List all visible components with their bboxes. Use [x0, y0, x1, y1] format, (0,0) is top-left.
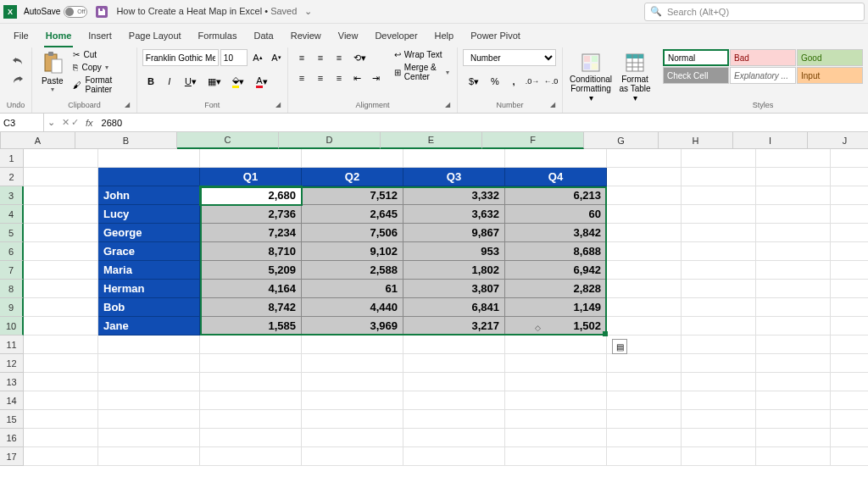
cell[interactable]: 3,217	[403, 317, 505, 336]
cell[interactable]	[607, 447, 682, 466]
cell[interactable]	[200, 391, 302, 410]
cell[interactable]	[607, 354, 682, 373]
cell[interactable]	[682, 429, 756, 447]
cell[interactable]	[98, 168, 200, 186]
tab-file[interactable]: File	[12, 27, 31, 47]
cell[interactable]	[607, 317, 682, 336]
style-normal[interactable]: Normal	[663, 49, 729, 66]
cell[interactable]	[682, 336, 756, 354]
cell[interactable]	[831, 317, 868, 336]
cell[interactable]	[756, 429, 831, 447]
row-header[interactable]: 1	[0, 149, 24, 168]
font-size-select[interactable]	[220, 49, 248, 66]
cell[interactable]	[302, 410, 403, 429]
copy-button[interactable]: ⎘Copy▾	[70, 62, 131, 73]
cell[interactable]	[756, 205, 831, 224]
cell[interactable]	[302, 373, 403, 391]
cell[interactable]	[682, 298, 756, 317]
increase-font-button[interactable]: A▴	[249, 49, 266, 66]
cell[interactable]: 8,710	[200, 242, 302, 261]
cell[interactable]	[682, 242, 756, 261]
cell[interactable]	[98, 149, 200, 168]
cell[interactable]	[302, 336, 403, 354]
cell[interactable]	[505, 429, 607, 447]
cell[interactable]	[831, 447, 868, 466]
style-explanatory[interactable]: Explanatory ...	[730, 67, 796, 84]
cell[interactable]	[24, 280, 98, 298]
search-input[interactable]: 🔍 Search (Alt+Q)	[644, 3, 865, 21]
cell[interactable]	[682, 205, 756, 224]
cell[interactable]: 1,149	[505, 298, 607, 317]
cell[interactable]	[756, 317, 831, 336]
cell[interactable]	[403, 447, 505, 466]
cell[interactable]: Maria	[98, 261, 200, 280]
cell[interactable]	[200, 373, 302, 391]
cell[interactable]	[682, 261, 756, 280]
column-header[interactable]: F	[482, 132, 584, 149]
cell[interactable]	[505, 391, 607, 410]
cell[interactable]: 9,867	[403, 224, 505, 242]
undo-button[interactable]	[8, 53, 27, 69]
document-title[interactable]: How to Create a Heat Map in Excel • Save…	[116, 6, 312, 17]
cell[interactable]	[682, 373, 756, 391]
decrease-decimal-button[interactable]: ←.0	[542, 73, 559, 90]
cell[interactable]: George	[98, 224, 200, 242]
tab-formulas[interactable]: Formulas	[197, 27, 239, 47]
style-good[interactable]: Good	[797, 49, 863, 66]
cell[interactable]	[403, 391, 505, 410]
cell[interactable]: Lucy	[98, 205, 200, 224]
cell[interactable]	[302, 447, 403, 466]
cell[interactable]	[98, 429, 200, 447]
cell[interactable]: Q1	[200, 168, 302, 186]
cell[interactable]	[756, 280, 831, 298]
cell[interactable]: Bob	[98, 298, 200, 317]
cell[interactable]: 1,802	[403, 261, 505, 280]
cell[interactable]	[756, 261, 831, 280]
cell[interactable]	[831, 149, 868, 168]
cell[interactable]	[24, 149, 98, 168]
cell[interactable]	[24, 373, 98, 391]
cell[interactable]	[505, 373, 607, 391]
align-left-button[interactable]: ≡	[293, 69, 310, 86]
cell[interactable]	[98, 354, 200, 373]
align-center-button[interactable]: ≡	[312, 69, 329, 86]
cell[interactable]	[607, 298, 682, 317]
cell[interactable]	[403, 410, 505, 429]
cell[interactable]	[607, 429, 682, 447]
cell[interactable]	[682, 280, 756, 298]
cell[interactable]: 3,332	[403, 186, 505, 205]
font-color-button[interactable]: A▾	[251, 73, 273, 90]
row-header[interactable]: 10	[0, 317, 24, 336]
cell[interactable]	[831, 280, 868, 298]
dialog-launcher-icon[interactable]: ◢	[550, 101, 555, 108]
align-middle-button[interactable]: ≡	[312, 49, 329, 66]
cell[interactable]	[24, 336, 98, 354]
cell[interactable]: 5,209	[200, 261, 302, 280]
column-header[interactable]: I	[733, 132, 808, 149]
cell[interactable]: 8,742	[200, 298, 302, 317]
save-icon[interactable]	[96, 6, 108, 18]
cell[interactable]	[607, 149, 682, 168]
cell[interactable]	[682, 410, 756, 429]
row-header[interactable]: 3	[0, 186, 24, 205]
paste-button[interactable]: Paste ▾	[37, 49, 67, 95]
cell[interactable]	[607, 168, 682, 186]
cell[interactable]	[831, 224, 868, 242]
enter-formula-icon[interactable]: ✓	[71, 117, 79, 128]
column-header[interactable]: B	[75, 132, 177, 149]
cell[interactable]	[756, 336, 831, 354]
cell[interactable]	[98, 391, 200, 410]
cell[interactable]	[607, 242, 682, 261]
orientation-button[interactable]: ⟲▾	[349, 49, 371, 66]
row-header[interactable]: 16	[0, 429, 24, 447]
cell[interactable]	[505, 354, 607, 373]
cell[interactable]	[302, 391, 403, 410]
cell[interactable]: Jane	[98, 317, 200, 336]
cell[interactable]: Q2	[302, 168, 403, 186]
row-header[interactable]: 15	[0, 410, 24, 429]
bold-button[interactable]: B	[142, 73, 159, 90]
tab-page-layout[interactable]: Page Layout	[127, 27, 183, 47]
cell[interactable]	[200, 354, 302, 373]
cell[interactable]	[831, 336, 868, 354]
comma-format-button[interactable]: ,	[505, 73, 522, 90]
